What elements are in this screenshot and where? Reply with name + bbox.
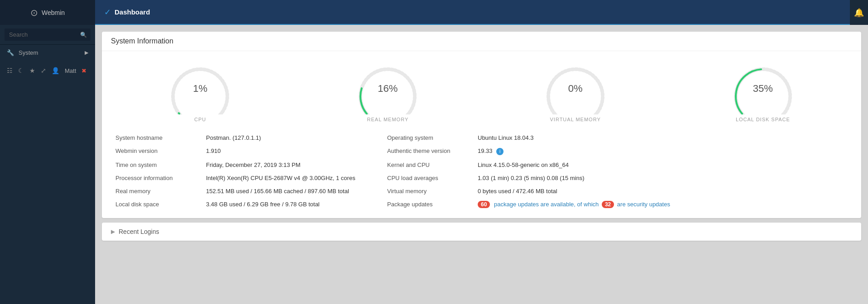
recent-logins-toggle[interactable]: ▶ Recent Logins: [102, 223, 861, 241]
info-table: System hostname Postman. (127.0.1.1) Ope…: [111, 131, 852, 211]
sidebar-bottom-toolbar: ☷ ☾ ★ ⤢ 👤 Matt ✖: [0, 62, 95, 79]
time-value: Friday, December 27, 2019 3:13 PM: [201, 158, 383, 171]
theme-version-label: Authentic theme version: [383, 144, 473, 158]
logout-icon[interactable]: ✖: [82, 67, 86, 74]
gauges-row: 1% CPU 16%: [102, 51, 861, 131]
star-icon[interactable]: ★: [29, 67, 35, 74]
chevron-right-icon: ▶: [85, 50, 88, 56]
package-updates-value: 60 package updates are available, of whi…: [473, 198, 852, 211]
package-updates-label: Package updates: [383, 198, 473, 211]
recent-logins-card: ▶ Recent Logins: [102, 223, 861, 241]
cpu-gauge-value: 1%: [193, 83, 207, 95]
local-disk-gauge-label: LOCAL DISK SPACE: [736, 117, 790, 122]
hostname-label: System hostname: [111, 131, 201, 144]
table-row: Real memory 152.51 MB used / 165.66 MB c…: [111, 185, 852, 198]
virtual-memory-gauge-label: VIRTUAL MEMORY: [550, 117, 601, 122]
webmin-version-value: 1.910: [201, 144, 383, 158]
sidebar: ⊙ Webmin 🔍 🔧 System ▶ ☷ ☾ ★ ⤢ 👤 Matt ✖: [0, 0, 95, 304]
security-updates-link[interactable]: are security updates: [617, 201, 670, 208]
table-row: System hostname Postman. (127.0.1.1) Ope…: [111, 131, 852, 144]
system-icon: 🔧: [7, 49, 14, 56]
search-icon: 🔍: [80, 32, 87, 38]
main-content: ✓ Dashboard System Information: [95, 0, 868, 304]
webmin-logo-icon: ⊙: [30, 7, 38, 18]
bell-icon: 🔔: [854, 8, 864, 18]
real-memory-label: Real memory: [111, 185, 201, 198]
table-row: Local disk space 3.48 GB used / 6.29 GB …: [111, 198, 852, 211]
dashboard-title: Dashboard: [115, 8, 150, 16]
package-count-badge: 60: [478, 201, 490, 208]
hostname-value: Postman. (127.0.1.1): [201, 131, 383, 144]
notification-bell[interactable]: 🔔: [850, 0, 868, 25]
table-row: Webmin version 1.910 Authentic theme ver…: [111, 144, 852, 158]
cpu-load-value: 1.03 (1 min) 0.23 (5 mins) 0.08 (15 mins…: [473, 171, 852, 185]
search-input[interactable]: [5, 28, 91, 41]
system-info-card: System Information 1%: [102, 32, 861, 218]
processor-label: Processor information: [111, 171, 201, 185]
virtual-memory-value: 0 bytes used / 472.46 MB total: [473, 185, 852, 198]
virtual-memory-label: Virtual memory: [383, 185, 473, 198]
real-memory-gauge-value: 16%: [378, 83, 398, 95]
local-disk-gauge-value: 35%: [753, 83, 773, 95]
info-table-container: System hostname Postman. (127.0.1.1) Ope…: [102, 131, 861, 218]
username-label: Matt: [65, 67, 76, 74]
user-icon: 👤: [52, 67, 59, 74]
kernel-value: Linux 4.15.0-58-generic on x86_64: [473, 158, 852, 171]
moon-icon[interactable]: ☾: [18, 67, 24, 74]
theme-version-value: 19.33 i: [473, 144, 852, 158]
os-value: Ubuntu Linux 18.04.3: [473, 131, 852, 144]
cpu-gauge-label: CPU: [194, 117, 206, 122]
sidebar-item-system-label: System: [19, 49, 38, 56]
webmin-version-label: Webmin version: [111, 144, 201, 158]
webmin-header: ⊙ Webmin: [0, 0, 95, 25]
chevron-right-icon: ▶: [111, 228, 115, 235]
real-memory-gauge: 16% REAL MEMORY: [342, 60, 433, 122]
os-label: Operating system: [383, 131, 473, 144]
cpu-load-label: CPU load averages: [383, 171, 473, 185]
share-icon[interactable]: ⤢: [41, 67, 46, 74]
cpu-gauge: 1% CPU: [155, 60, 245, 122]
info-icon[interactable]: i: [496, 148, 504, 155]
sidebar-item-system[interactable]: 🔧 System ▶: [0, 45, 95, 61]
virtual-memory-gauge-value: 0%: [568, 83, 583, 95]
dashboard-check-icon: ✓: [104, 7, 111, 17]
grid-icon[interactable]: ☷: [7, 67, 13, 74]
table-row: Processor information Intel(R) Xeon(R) C…: [111, 171, 852, 185]
table-row: Time on system Friday, December 27, 2019…: [111, 158, 852, 171]
webmin-title: Webmin: [42, 9, 65, 16]
processor-value: Intel(R) Xeon(R) CPU E5-2687W v4 @ 3.00G…: [201, 171, 383, 185]
disk-space-label: Local disk space: [111, 198, 201, 211]
kernel-label: Kernel and CPU: [383, 158, 473, 171]
virtual-memory-gauge: 0% VIRTUAL MEMORY: [530, 60, 621, 122]
recent-logins-title: Recent Logins: [119, 228, 159, 235]
package-updates-link[interactable]: package updates are available, of which: [494, 201, 600, 208]
disk-space-value: 3.48 GB used / 6.29 GB free / 9.78 GB to…: [201, 198, 383, 211]
main-topbar: ✓ Dashboard: [95, 0, 868, 25]
local-disk-gauge: 35% LOCAL DISK SPACE: [718, 60, 808, 122]
security-count-badge: 32: [602, 201, 614, 208]
real-memory-gauge-label: REAL MEMORY: [367, 117, 409, 122]
content-area: System Information 1%: [95, 25, 868, 304]
time-label: Time on system: [111, 158, 201, 171]
system-info-title: System Information: [102, 32, 861, 51]
real-memory-value: 152.51 MB used / 165.66 MB cached / 897.…: [201, 185, 383, 198]
search-bar: 🔍: [0, 25, 95, 45]
